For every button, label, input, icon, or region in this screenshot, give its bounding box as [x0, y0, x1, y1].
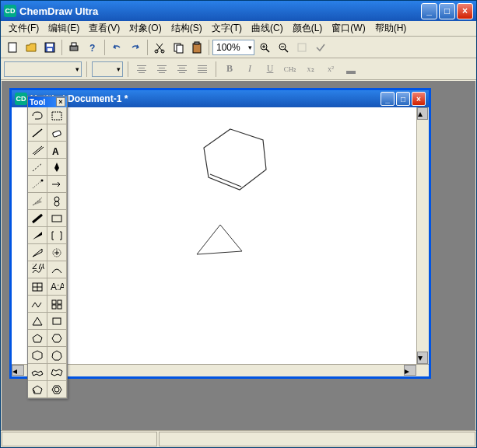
new-icon[interactable] [4, 39, 21, 56]
text-tool-icon[interactable]: A [47, 142, 67, 159]
chair2-tool-icon[interactable] [47, 364, 67, 381]
canvas[interactable] [12, 107, 429, 364]
scroll-left-icon[interactable]: ◂ [12, 365, 24, 376]
formula-button[interactable]: CH₂ [282, 61, 299, 78]
menu-structure[interactable]: 结构(S) [167, 20, 207, 37]
atom-label-icon[interactable]: A:A [47, 278, 67, 296]
heptagon-tool-icon[interactable] [47, 347, 67, 364]
doc-minimize-button[interactable]: _ [381, 92, 395, 106]
svg-line-28 [33, 146, 42, 154]
undo-icon[interactable] [108, 39, 125, 56]
bold-button[interactable]: B [221, 61, 238, 78]
paste-icon[interactable] [188, 39, 205, 56]
maximize-button[interactable]: □ [439, 3, 455, 19]
font-combo[interactable] [4, 61, 82, 77]
document-title: Untitled Document-1 * [30, 93, 381, 104]
cyclopentadiene-icon[interactable] [28, 381, 47, 398]
open-icon[interactable] [23, 39, 40, 56]
check-icon[interactable] [312, 39, 329, 56]
rectangle-tool-icon[interactable] [47, 210, 67, 227]
menu-file[interactable]: 文件(F) [4, 20, 44, 37]
horizontal-scrollbar[interactable]: ◂ ▸ [12, 364, 429, 376]
pentagon-tool-icon[interactable] [28, 330, 47, 347]
menu-view[interactable]: 查看(V) [84, 20, 125, 37]
copy-icon[interactable] [170, 39, 187, 56]
plus-tool-icon[interactable] [47, 244, 67, 261]
template-tool-icon[interactable] [47, 296, 67, 313]
save-icon[interactable] [41, 39, 58, 56]
triangle-shape[interactable] [191, 220, 253, 267]
help-icon[interactable]: ? [84, 39, 101, 56]
scroll-up-icon[interactable]: ▴ [417, 107, 428, 120]
chair-tool-icon[interactable] [28, 364, 47, 381]
document-window: CD Untitled Document-1 * _ □ × ▴ [9, 88, 431, 379]
triangle-outline-icon[interactable] [28, 313, 47, 330]
redo-icon[interactable] [127, 39, 144, 56]
wavy-bond-icon[interactable]: 270 [28, 261, 47, 278]
table-tool-icon[interactable] [28, 278, 47, 296]
hash-bond-icon[interactable] [28, 176, 47, 193]
align-justify-icon[interactable] [194, 61, 211, 78]
hexagon2-tool-icon[interactable] [28, 347, 47, 364]
doc-maximize-button[interactable]: □ [396, 92, 410, 106]
align-center-icon[interactable] [153, 61, 170, 78]
benzene-shape[interactable] [195, 123, 272, 201]
scroll-right-icon[interactable]: ▸ [404, 365, 416, 376]
bracket-tool-icon[interactable] [47, 227, 67, 244]
arc-tool-icon[interactable] [47, 261, 67, 278]
tool-icon[interactable] [293, 39, 310, 56]
dashed-bond-icon[interactable] [28, 159, 47, 176]
orbital-tool-icon[interactable] [47, 193, 67, 210]
menu-text[interactable]: 文字(T) [207, 20, 247, 37]
tool-palette-titlebar[interactable]: Tool × [28, 96, 67, 107]
wedge-tool-icon[interactable] [28, 227, 47, 244]
svg-line-23 [210, 174, 241, 187]
status-pane-2 [159, 432, 475, 446]
bond-tool-icon[interactable] [28, 124, 47, 142]
eraser-tool-icon[interactable] [47, 124, 67, 142]
cut-icon[interactable] [151, 39, 168, 56]
menu-object[interactable]: 对象(O) [125, 20, 166, 37]
svg-text:A: A [52, 146, 59, 156]
color-button[interactable] [342, 61, 360, 78]
tool-palette-close-icon[interactable]: × [56, 97, 65, 107]
wedge-dash-icon[interactable] [28, 193, 47, 210]
svg-rect-50 [58, 305, 61, 309]
size-combo[interactable] [92, 61, 123, 77]
align-left-icon[interactable] [133, 61, 150, 78]
underline-button[interactable]: U [261, 61, 279, 78]
marquee-tool-icon[interactable] [47, 107, 67, 124]
statusbar [1, 430, 476, 447]
benzene-tool-icon[interactable] [47, 381, 67, 398]
svg-rect-4 [70, 46, 78, 51]
pen-tool-icon[interactable] [47, 159, 67, 176]
align-right-icon[interactable] [174, 61, 191, 78]
svg-rect-12 [195, 42, 199, 44]
square-tool-icon[interactable] [47, 313, 67, 330]
zoom-out-icon[interactable] [275, 39, 292, 56]
vertical-scrollbar[interactable]: ▴ ▾ [416, 107, 429, 364]
menu-curve[interactable]: 曲线(C) [247, 20, 288, 37]
subscript-button[interactable]: x₂ [302, 61, 319, 78]
multi-bond-tool-icon[interactable] [28, 142, 47, 159]
bold-bond-icon[interactable] [28, 210, 47, 227]
lasso-tool-icon[interactable] [28, 107, 47, 124]
menu-color[interactable]: 颜色(L) [288, 20, 328, 37]
svg-rect-25 [52, 112, 61, 120]
hollow-wedge-icon[interactable] [28, 244, 47, 261]
menu-help[interactable]: 帮助(H) [370, 20, 412, 37]
menu-window[interactable]: 窗口(W) [327, 20, 370, 37]
close-button[interactable]: × [457, 3, 473, 19]
arrow-tool-icon[interactable] [47, 176, 67, 193]
zoom-combo[interactable]: 100% [212, 40, 254, 55]
menu-edit[interactable]: 编辑(E) [44, 20, 84, 37]
print-icon[interactable] [65, 39, 82, 56]
zoom-in-icon[interactable] [256, 39, 273, 56]
doc-close-button[interactable]: × [412, 92, 426, 106]
chain-tool-icon[interactable] [28, 296, 47, 313]
superscript-button[interactable]: x² [322, 61, 339, 78]
minimize-button[interactable]: _ [421, 3, 437, 19]
italic-button[interactable]: I [241, 61, 258, 78]
hexagon-tool-icon[interactable] [47, 330, 67, 347]
scroll-down-icon[interactable]: ▾ [417, 352, 428, 364]
